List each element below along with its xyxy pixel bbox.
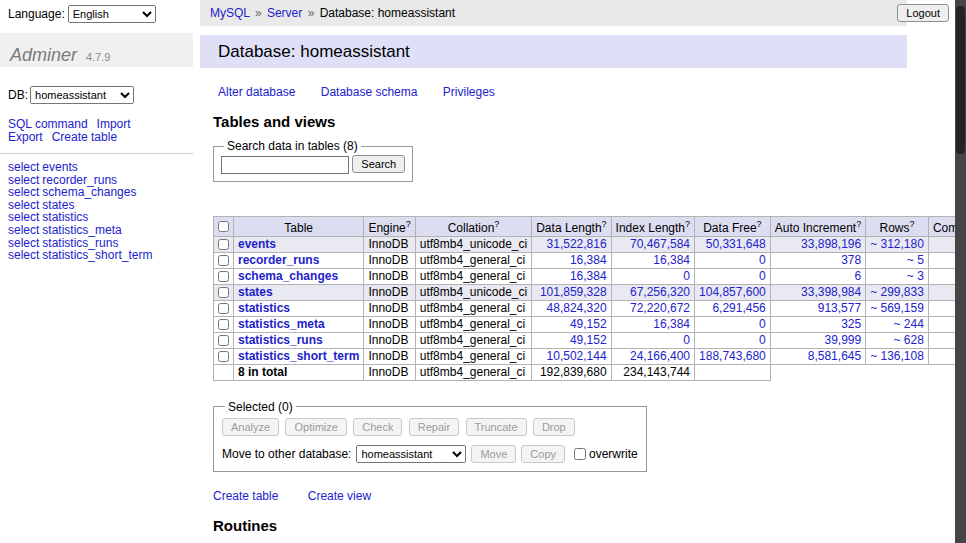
language-select[interactable]: English [68, 5, 156, 23]
rows-count-link[interactable]: ~ 299,833 [870, 285, 924, 299]
data-length-link[interactable]: 10,502,144 [547, 349, 607, 363]
doc-help-link[interactable]: ? [494, 219, 499, 229]
auto-increment-link[interactable]: 325 [841, 317, 861, 331]
table-name-link[interactable]: statistics_meta [238, 317, 325, 331]
doc-help-link[interactable]: ? [406, 219, 411, 229]
rows-count-link[interactable]: ~ 244 [894, 317, 924, 331]
data-length-link[interactable]: 48,824,320 [547, 301, 607, 315]
auto-increment-link[interactable]: 39,999 [824, 333, 861, 347]
data-free-link[interactable]: 0 [759, 269, 766, 283]
data-free-link[interactable]: 0 [759, 317, 766, 331]
table-link[interactable]: statistics_short_term [42, 248, 152, 262]
row-checkbox[interactable] [218, 239, 229, 250]
doc-help-link[interactable]: ? [856, 219, 861, 229]
index-length-link[interactable]: 0 [683, 269, 690, 283]
overwrite-label[interactable]: overwrite [589, 447, 638, 461]
import-link[interactable]: Import [97, 117, 131, 131]
select-all-checkbox[interactable] [218, 221, 229, 232]
rows-count-link[interactable]: ~ 3 [907, 269, 924, 283]
rows-count-link[interactable]: ~ 569,159 [870, 301, 924, 315]
data-free-link[interactable]: 0 [759, 253, 766, 267]
index-length-link[interactable]: 16,384 [653, 317, 690, 331]
index-length-link[interactable]: 24,166,400 [630, 349, 690, 363]
doc-help-link[interactable]: ? [757, 219, 762, 229]
alter-database-link[interactable]: Alter database [218, 85, 295, 99]
drop-button[interactable]: Drop [533, 418, 575, 436]
create-table-link[interactable]: Create table [52, 130, 117, 144]
copy-button[interactable]: Copy [521, 445, 565, 463]
doc-help-link[interactable]: ? [910, 219, 915, 229]
repair-button[interactable]: Repair [409, 418, 459, 436]
index-length-link[interactable]: 70,467,584 [630, 237, 690, 251]
create-view-link[interactable]: Create view [308, 489, 371, 503]
table-name-link[interactable]: statistics_short_term [238, 349, 359, 363]
doc-help-link[interactable]: ? [685, 219, 690, 229]
index-length-link[interactable]: 16,384 [653, 253, 690, 267]
table-name-link[interactable]: events [238, 237, 276, 251]
data-length-link[interactable]: 49,152 [570, 333, 607, 347]
create-table-main-link[interactable]: Create table [213, 489, 278, 503]
data-free-link[interactable]: 50,331,648 [706, 237, 766, 251]
auto-increment-link[interactable]: 913,577 [818, 301, 861, 315]
table-name-link[interactable]: statistics [238, 301, 290, 315]
table-link[interactable]: statistics_meta [42, 223, 121, 237]
auto-increment-link[interactable]: 378 [841, 253, 861, 267]
breadcrumb-link-mysql[interactable]: MySQL [210, 6, 250, 20]
database-schema-link[interactable]: Database schema [321, 85, 418, 99]
table-name-link[interactable]: schema_changes [238, 269, 338, 283]
auto-increment-link[interactable]: 33,398,984 [801, 285, 861, 299]
data-free-link[interactable]: 6,291,456 [712, 301, 765, 315]
sql-command-link[interactable]: SQL command [8, 117, 88, 131]
table-name-link[interactable]: statistics_runs [238, 333, 323, 347]
row-checkbox[interactable] [218, 255, 229, 266]
logout-button[interactable]: Logout [897, 4, 949, 22]
rows-count-link[interactable]: ~ 628 [894, 333, 924, 347]
scrollbar[interactable] [955, 0, 966, 543]
index-length-link[interactable]: 67,256,320 [630, 285, 690, 299]
truncate-button[interactable]: Truncate [466, 418, 527, 436]
row-checkbox[interactable] [218, 271, 229, 282]
table-name-link[interactable]: recorder_runs [238, 253, 319, 267]
auto-increment-link[interactable]: 6 [854, 269, 861, 283]
analyze-button[interactable]: Analyze [222, 418, 279, 436]
move-db-select[interactable]: homeassistant [356, 445, 466, 463]
move-button[interactable]: Move [471, 445, 516, 463]
rows-count-link[interactable]: ~ 136,108 [870, 349, 924, 363]
db-select[interactable]: homeassistant [30, 86, 134, 104]
table-name-link[interactable]: states [238, 285, 273, 299]
table-link[interactable]: events [42, 160, 77, 174]
export-link[interactable]: Export [8, 130, 43, 144]
search-input[interactable] [221, 156, 349, 174]
search-button[interactable]: Search [352, 155, 405, 173]
data-length-link[interactable]: 31,522,816 [547, 237, 607, 251]
row-checkbox[interactable] [218, 335, 229, 346]
scrollbar-thumb[interactable] [956, 6, 965, 154]
select-link[interactable]: select [8, 223, 39, 237]
row-checkbox[interactable] [218, 319, 229, 330]
row-checkbox[interactable] [218, 303, 229, 314]
select-link[interactable]: select [8, 248, 39, 262]
row-checkbox[interactable] [218, 351, 229, 362]
data-length-link[interactable]: 16,384 [570, 269, 607, 283]
select-link[interactable]: select [8, 160, 39, 174]
auto-increment-link[interactable]: 8,581,645 [808, 349, 861, 363]
index-length-link[interactable]: 0 [683, 333, 690, 347]
sidebar-item-statistics-meta: selectstatistics_meta [8, 224, 193, 237]
optimize-button[interactable]: Optimize [285, 418, 346, 436]
row-checkbox[interactable] [218, 287, 229, 298]
data-free-link[interactable]: 104,857,600 [699, 285, 766, 299]
data-free-link[interactable]: 0 [759, 333, 766, 347]
privileges-link[interactable]: Privileges [443, 85, 495, 99]
breadcrumb-link-server[interactable]: Server [267, 6, 302, 20]
doc-help-link[interactable]: ? [602, 219, 607, 229]
rows-count-link[interactable]: ~ 312,180 [870, 237, 924, 251]
data-length-link[interactable]: 16,384 [570, 253, 607, 267]
data-free-link[interactable]: 188,743,680 [699, 349, 766, 363]
auto-increment-link[interactable]: 33,898,196 [801, 237, 861, 251]
index-length-link[interactable]: 72,220,672 [630, 301, 690, 315]
rows-count-link[interactable]: ~ 5 [907, 253, 924, 267]
data-length-link[interactable]: 101,859,328 [540, 285, 607, 299]
check-button[interactable]: Check [353, 418, 402, 436]
data-length-link[interactable]: 49,152 [570, 317, 607, 331]
overwrite-checkbox[interactable] [574, 448, 586, 460]
